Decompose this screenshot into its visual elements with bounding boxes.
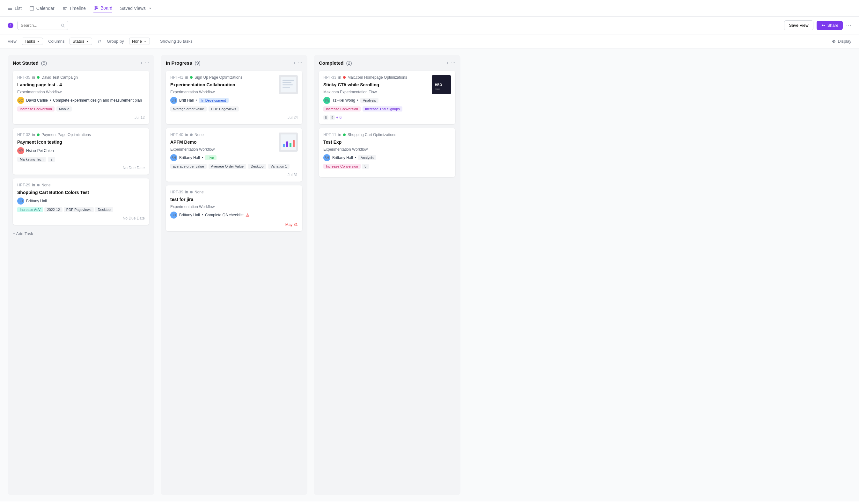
swap-icon[interactable] [97,39,102,44]
add-task-not-started[interactable]: + Add Task [13,229,149,239]
card-footer-hpt-41: Jul 24 [170,115,298,120]
more-options-button[interactable]: ··· [846,22,852,29]
columns-label: Columns [48,39,64,44]
svg-line-13 [63,26,64,27]
status-dot [37,184,40,186]
card-tags-hpt-35: Increase Conversion Mobile [17,106,145,111]
filter-badge[interactable]: 4 [7,22,13,28]
column-more-in-progress[interactable]: ··· [298,60,302,66]
card-hpt-35[interactable]: HPT-35 in David Test Campaign Landing pa… [13,71,149,124]
column-collapse-not-started[interactable]: ‹ [141,60,142,66]
nav-timeline[interactable]: Timeline [62,4,86,12]
tasks-filter[interactable]: Tasks [22,37,43,45]
card-footer-hpt-39: May 31 [170,222,298,227]
card-meta-hpt-32: HPT-32 in Payment Page Optimizations [17,132,145,137]
tag: Increase Conversion [323,106,361,111]
card-title-hpt-32: Payment icon testing [17,140,145,145]
tag: Desktop [95,207,113,212]
svg-text:max: max [435,88,440,91]
status-dot [343,133,346,136]
card-footer-hpt-35: Jul 12 [17,115,145,120]
card-tags-hpt-40: average order value Average Order Value … [170,164,298,169]
card-hpt-32[interactable]: HPT-32 in Payment Page Optimizations Pay… [13,128,149,175]
card-hpt-39[interactable]: HPT-39 in None test for jira Experimenta… [166,185,302,231]
column-collapse-in-progress[interactable]: ‹ [294,60,295,66]
card-workflow-hpt-33: Max.com Experimentation Flow [323,90,429,94]
column-more-not-started[interactable]: ··· [145,60,149,66]
card-date-hpt-32: No Due Date [123,166,145,170]
share-button[interactable]: Share [817,21,843,30]
status-dot [190,191,193,193]
tag: Desktop [248,164,266,169]
card-top-hpt-40: HPT-40 in None APFM Demo Experimentation… [170,132,298,161]
tag: PDP Pageviews [64,207,94,212]
svg-text:HBO: HBO [435,83,442,86]
tag: Average Order Value [209,164,246,169]
card-inline-tags-hpt-29: Increase AoV 2022-12 PDP Pageviews Deskt… [17,207,145,212]
tag-count: 2 [48,157,55,162]
svg-rect-10 [94,6,96,10]
card-hpt-33[interactable]: HPT-33 in Max.com Homepage Optimizations… [319,71,455,124]
view-label: View [7,39,17,44]
display-button[interactable]: Display [832,39,852,44]
card-hpt-41[interactable]: HPT-41 in Sign Up Page Optimizations Exp… [166,71,302,124]
tag: PDP Pageviews [209,106,239,111]
search-input[interactable] [21,23,59,28]
svg-rect-21 [283,144,285,147]
card-assignee-hpt-32: HP Hsiao-Pei Chien [17,147,145,154]
group-by-filter[interactable]: None [129,37,150,45]
card-meta-hpt-35: HPT-35 in David Test Campaign [17,75,145,80]
status-dot [190,76,193,79]
card-meta-hpt-40: HPT-40 in None [170,132,276,137]
status-filter[interactable]: Status [70,37,92,45]
card-hpt-40[interactable]: HPT-40 in None APFM Demo Experimentation… [166,128,302,182]
avatar-hpt-39: BH [170,211,177,219]
svg-rect-17 [283,82,291,83]
card-footer-hpt-40: Jul 31 [170,173,298,177]
card-top-hpt-41: HPT-41 in Sign Up Page Optimizations Exp… [170,75,298,104]
tag: Mobile [57,106,72,111]
svg-rect-23 [289,143,291,147]
card-title-hpt-41: Experimentation Collaboration [170,82,276,87]
avatar-hpt-11: BH [323,154,330,161]
column-count-not-started: (5) [41,60,47,66]
card-hpt-11[interactable]: HPT-11 in Shopping Cart Optimizations Te… [319,128,455,177]
svg-rect-3 [30,7,34,10]
tag: Increase AoV [17,207,43,212]
search-icon [61,23,65,28]
nav-calendar[interactable]: Calendar [29,4,55,12]
card-title-hpt-29: Shopping Cart Button Colors Test [17,190,145,195]
card-image-hpt-33: HBOmax [432,75,451,94]
column-collapse-completed[interactable]: ‹ [447,60,448,66]
card-assignee-hpt-39: BH Brittany Hall • Complete QA checklist… [170,211,298,219]
column-in-progress: In Progress (9) ‹ ··· HPT-41 in Sign Up … [161,55,307,495]
card-title-hpt-40: APFM Demo [170,140,276,145]
nav-board[interactable]: Board [93,4,112,12]
group-by-chevron-icon [143,40,147,43]
status-badge-hpt-33: Analysis [360,98,378,103]
nav-saved-views[interactable]: Saved Views [120,4,153,12]
column-more-completed[interactable]: ··· [451,60,455,66]
tag: average order value [170,106,207,111]
card-title-hpt-11: Test Exp [323,140,451,145]
card-hpt-29[interactable]: HPT-29 in None Shopping Cart Button Colo… [13,178,149,225]
avatar-hpt-41: BH [170,97,177,104]
column-header-completed: Completed (2) ‹ ··· [319,60,455,66]
card-top-hpt-33: HPT-33 in Max.com Homepage Optimizations… [323,75,451,104]
tag: average order value [170,164,207,169]
search-box[interactable] [17,21,68,30]
save-view-button[interactable]: Save View [784,20,813,30]
tag: Increase Trial Signups [363,106,402,111]
card-workflow-hpt-41: Experimentation Workflow [170,90,276,94]
top-nav: List Calendar Timeline Board Saved Views [0,0,859,17]
status-badge-hpt-41: In Development [199,98,229,103]
card-meta-hpt-29: HPT-29 in None [17,183,145,187]
card-top-left-hpt-41: HPT-41 in Sign Up Page Optimizations Exp… [170,75,276,104]
card-assignee-hpt-40: BH Brittany Hall • Live [170,154,276,161]
card-footer-hpt-32: No Due Date [17,166,145,170]
svg-rect-19 [283,86,290,88]
svg-rect-24 [293,140,295,147]
nav-list[interactable]: List [7,4,22,12]
card-image-hpt-40 [279,132,298,152]
showing-tasks-label: Showing 16 tasks [160,39,193,44]
